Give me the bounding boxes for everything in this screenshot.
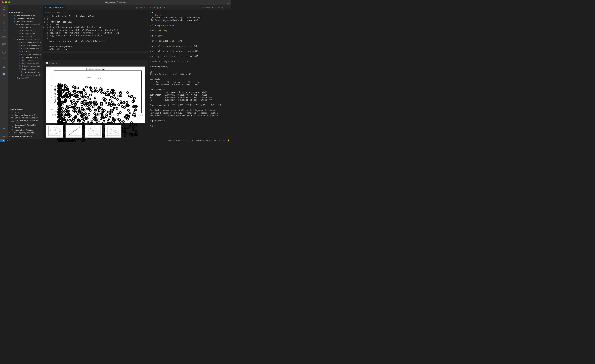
tree-item[interactable]: [e]$ assign : int [1:3] 0 1 … [8, 56, 43, 59]
window-close[interactable] [2, 1, 4, 3]
tree-item[interactable]: [e]$ id: int 1 2 … [8, 26, 43, 29]
tree-item[interactable]: [e]$ effects : Named num [1:1000] -… [8, 47, 43, 50]
tree-item[interactable]: [e]$ fitted.values: Named num [1:10… [8, 53, 43, 56]
sidebar-more-icon[interactable]: ⋯ [39, 7, 41, 9]
svg-point-770 [59, 128, 59, 128]
plot-sublabel: lm(y ~ x1 + x2) [46, 120, 145, 122]
chevron-down-icon[interactable]: ⌄ [215, 7, 216, 9]
explorer-icon[interactable] [2, 6, 6, 10]
code-editor[interactable]: 1 2 3 4 5 6 7 8 9 10 11 12 13 14 ="fn">l… [43, 14, 148, 61]
help-item[interactable]: ⌂Home [8, 111, 43, 114]
svg-point-776 [51, 127, 51, 127]
remote-indicator[interactable] [0, 139, 5, 142]
r-extension-icon[interactable]: R [2, 72, 6, 76]
help-item[interactable]: ⊕Install CRAN Package [8, 128, 43, 131]
tree-item[interactable]: [e]$ rank : int 3 [8, 50, 43, 53]
tree-item[interactable]: [e]$ terms :Classes 'terms', 'formul… [8, 71, 43, 74]
svg-point-8 [3, 128, 5, 129]
plot-thumb-1[interactable] [46, 125, 63, 138]
run-debug-icon[interactable] [2, 28, 6, 32]
trash-icon[interactable]: 🗑 [221, 7, 223, 9]
terminal-kernel[interactable]: ▭ Python [202, 7, 210, 9]
docker-icon[interactable] [2, 65, 6, 69]
settings-gear-icon[interactable] [2, 135, 6, 139]
tree-item[interactable]: [e]$ model :'data.frame': 1000 obs. … [8, 74, 43, 77]
workspace-section[interactable]: WORKSPACE [11, 11, 23, 13]
window-zoom[interactable] [8, 1, 10, 3]
tree-item[interactable]: [e]$ y : num -3.33 … [8, 35, 43, 38]
svg-point-1144 [116, 129, 116, 129]
grid-icon[interactable]: ▦ [157, 7, 159, 9]
global-environment[interactable]: ⌄⊞Global Environment [8, 20, 43, 23]
svg-point-862 [71, 133, 71, 134]
status-encoding[interactable]: UTF-8 [205, 139, 213, 141]
close-icon[interactable]: ✕ [35, 38, 36, 41]
attached-namespaces[interactable]: ›⊞Attached Namespaces [8, 14, 43, 17]
var-dt[interactable]: ⌄[ ]dt data.table: 1000 obs. of 4 varia… [8, 23, 43, 26]
status-spaces[interactable]: Spaces: 2 [194, 139, 205, 141]
help-item[interactable]: 🔍Search Help Topics using `??` [8, 116, 43, 119]
help-item[interactable]: abcOpen Help Page for Selected Text [8, 119, 43, 124]
status-r-version[interactable]: R 4.1.3: 25159 [167, 139, 182, 141]
help-pages-header[interactable]: HELP PAGES [11, 108, 23, 110]
share-icon[interactable] [2, 57, 6, 61]
tree-item[interactable]: [e]$ call : language … [8, 68, 43, 71]
svg-point-816 [52, 133, 52, 133]
status-cursor[interactable]: Ln 14, Col 1 [182, 139, 194, 141]
plot-tab-close-icon[interactable]: × [56, 62, 57, 64]
tree-item[interactable]: [e]$ x2: num -0.681 … [8, 32, 43, 35]
status-feedback[interactable]: ☺ [222, 139, 226, 141]
tree-item[interactable]: [e]$ coefficients : Named num [1:3]… [8, 41, 43, 44]
github-icon[interactable] [2, 50, 6, 54]
extensions-icon[interactable] [2, 43, 6, 47]
run-term-icon[interactable]: ▶ [160, 7, 162, 9]
tree-item[interactable]: [e]$ xlevels : Named list() [8, 65, 43, 68]
r-plot-tab[interactable]: 📊R Plot× [44, 62, 58, 65]
editor-more-icon[interactable]: ⋯ [144, 7, 146, 9]
help-item[interactable]: ›≡Help Topics by Package [8, 131, 43, 134]
list-icon[interactable]: ≣ [163, 7, 165, 9]
svg-point-712 [50, 129, 50, 129]
status-eol[interactable]: LF [213, 139, 218, 141]
run-icon[interactable]: ▷ [136, 7, 138, 9]
status-bell[interactable]: 🔔 [226, 139, 231, 141]
window-minimize[interactable] [5, 1, 7, 3]
close-term-icon[interactable]: × [228, 7, 229, 9]
account-icon[interactable] [2, 127, 6, 131]
tree-item[interactable]: [e]$ x1: num -1.12 … [8, 29, 43, 32]
var-model[interactable]: ⌄⦿model List of 12✕⧉ [8, 38, 43, 41]
plot-thumb-3[interactable] [85, 125, 102, 138]
tab-data-analysis[interactable]: R data_analysis.R × [43, 5, 65, 10]
plot-thumb-2[interactable] [65, 125, 82, 138]
var-n[interactable]: ⦿n num 1000 [8, 77, 43, 80]
svg-point-915 [93, 131, 93, 132]
svg-point-1149 [108, 131, 108, 132]
layout-icon[interactable] [227, 1, 229, 3]
svg-point-541 [91, 91, 93, 93]
maximize-icon[interactable]: ⤢ [225, 7, 227, 9]
terminal-output[interactable]: > q() • rdemo r R version 4.1.3 (2022-03… [148, 10, 231, 139]
split-term-icon[interactable]: ⧉ [218, 7, 220, 9]
svg-point-1023 [97, 134, 98, 134]
step-icon[interactable]: ⇥ [153, 7, 155, 9]
remote-explorer-icon[interactable] [2, 35, 6, 40]
loaded-namespaces[interactable]: ›⊞Loaded Namespaces [8, 17, 43, 20]
add-terminal-icon[interactable]: + [212, 7, 213, 9]
tree-item[interactable]: [e]$ df.residual : int 997 [8, 62, 43, 65]
breadcrumb-file[interactable]: data_analysis.R [48, 11, 60, 13]
search-icon[interactable] [2, 14, 6, 18]
tree-item[interactable]: [e]$ qr :List of 5 [8, 59, 43, 62]
warning-icon[interactable]: ⚠ [150, 7, 152, 9]
status-errors[interactable]: ⊘ 0 ⚠ 0 [5, 139, 15, 141]
split-editor-icon[interactable]: ⧉ [140, 7, 142, 9]
svg-point-531 [105, 92, 107, 94]
source-control-icon[interactable] [2, 21, 6, 25]
status-lang[interactable]: R [218, 139, 222, 141]
help-item[interactable]: ↻Clear Cache & Restart Help Server [8, 124, 43, 128]
live-share-controls[interactable]: LIVE SHARE CONTROLS [11, 136, 32, 138]
tab-close-icon[interactable]: × [62, 7, 64, 9]
plot-thumb-4[interactable] [105, 125, 121, 138]
plot-more-icon[interactable]: ⋯ [145, 62, 147, 64]
tree-item[interactable]: [e]$ residuals : Named num [1:1000… [8, 44, 43, 47]
help-item[interactable]: ?Open Help Topic using `?` [8, 114, 43, 116]
